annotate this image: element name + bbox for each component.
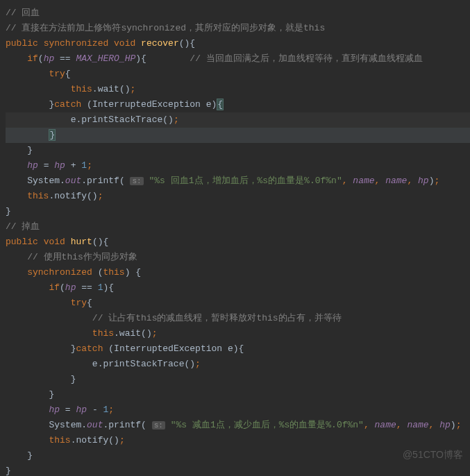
class-ref: System bbox=[27, 176, 60, 186]
keyword-this: this bbox=[103, 267, 124, 278]
code-line: if(hp == MAX_HERO_HP){ // 当回血回满之后，加血线程等待… bbox=[6, 51, 470, 67]
field-name: name bbox=[353, 176, 374, 186]
code-line: e.printStackTrace(); bbox=[6, 357, 470, 372]
keyword-public: public bbox=[6, 38, 38, 49]
code-line: hp = hp + 1; bbox=[6, 158, 470, 173]
identifier: e bbox=[92, 359, 98, 369]
code-line-caret[interactable]: } bbox=[6, 128, 470, 143]
code-line: } bbox=[6, 143, 470, 158]
code-line: } bbox=[6, 372, 470, 387]
keyword-catch: catch bbox=[76, 343, 103, 354]
code-line: } bbox=[6, 464, 470, 476]
code-line: synchronized (this) { bbox=[6, 265, 470, 280]
code-line: if(hp == 1){ bbox=[6, 280, 470, 296]
code-line: } bbox=[6, 204, 470, 219]
field-hp: hp bbox=[418, 176, 429, 186]
code-line: this.wait(); bbox=[6, 326, 470, 341]
code-line: try{ bbox=[6, 67, 470, 82]
keyword-catch: catch bbox=[54, 99, 81, 110]
constant: MAX_HERO_HP bbox=[76, 53, 135, 64]
keyword-try: try bbox=[71, 298, 87, 308]
comment: // 当回血回满之后，加血线程等待，直到有减血线程减血 bbox=[190, 53, 422, 64]
param-hint: s: bbox=[130, 177, 143, 185]
field-name: name bbox=[385, 176, 407, 186]
keyword-this: this bbox=[92, 328, 114, 339]
keyword-if: if bbox=[27, 53, 38, 64]
method-call: printStackTrace bbox=[81, 114, 162, 125]
field-hp: hp bbox=[76, 405, 87, 415]
comment: // 让占有this的减血线程，暂时释放对this的占有，并等待 bbox=[92, 313, 342, 323]
brace-match: { bbox=[217, 99, 224, 110]
number: 1 bbox=[81, 160, 87, 171]
keyword-this: this bbox=[49, 435, 70, 445]
keyword-if: if bbox=[49, 282, 60, 293]
static-field: out bbox=[87, 420, 103, 430]
code-line: this.notify(); bbox=[6, 189, 470, 204]
keyword-void: void bbox=[114, 38, 135, 49]
number: 1 bbox=[98, 282, 103, 293]
code-line: System.out.printf( s: "%s 减血1点，减少血后，%s的血… bbox=[6, 418, 470, 433]
method-name: recover bbox=[141, 38, 179, 49]
operator: == bbox=[81, 282, 92, 293]
keyword-try: try bbox=[49, 69, 65, 79]
code-line: // 使用this作为同步对象 bbox=[6, 250, 470, 265]
identifier: e bbox=[228, 343, 233, 354]
exception-type: InterruptedException bbox=[92, 99, 201, 110]
string-literal: "%s 回血1点，增加血后，%s的血量是%.0f%n" bbox=[149, 176, 342, 186]
comment: // 回血 bbox=[6, 8, 40, 18]
field-hp: hp bbox=[65, 282, 76, 293]
method-call: printStackTrace bbox=[103, 359, 184, 369]
code-line: public synchronized void recover(){ bbox=[6, 36, 470, 51]
field-hp: hp bbox=[54, 160, 65, 171]
method-call: notify bbox=[54, 191, 87, 201]
comment: // 掉血 bbox=[6, 221, 40, 232]
code-line: // 直接在方法前加上修饰符synchronized，其所对应的同步对象，就是t… bbox=[6, 21, 470, 36]
method-name: hurt bbox=[71, 237, 92, 247]
keyword-synchronized: synchronized bbox=[44, 38, 109, 49]
string-literal: "%s 减血1点，减少血后，%s的血量是%.0f%n" bbox=[171, 420, 364, 430]
code-line: // 让占有this的减血线程，暂时释放对this的占有，并等待 bbox=[6, 311, 470, 326]
method-call: printf bbox=[87, 176, 119, 186]
exception-type: InterruptedException bbox=[114, 343, 222, 354]
comment: // 直接在方法前加上修饰符synchronized，其所对应的同步对象，就是t… bbox=[6, 23, 325, 33]
keyword-void: void bbox=[44, 237, 65, 247]
method-call: wait bbox=[119, 328, 141, 339]
code-line: System.out.printf( s: "%s 回血1点，增加血后，%s的血… bbox=[6, 173, 470, 189]
operator: + bbox=[71, 160, 76, 171]
code-line: this.wait(); bbox=[6, 82, 470, 97]
watermark: @51CTO博客 bbox=[403, 447, 463, 462]
field-hp: hp bbox=[439, 420, 451, 430]
code-line: try{ bbox=[6, 296, 470, 311]
method-call: printf bbox=[108, 420, 141, 430]
keyword-public: public bbox=[6, 237, 38, 247]
keyword-synchronized: synchronized bbox=[27, 267, 92, 278]
class-ref: System bbox=[49, 420, 81, 430]
operator: == bbox=[60, 53, 71, 64]
keyword-this: this bbox=[27, 191, 49, 201]
code-line: } bbox=[6, 448, 470, 464]
field-hp: hp bbox=[44, 53, 55, 64]
code-line: this.notify(); bbox=[6, 433, 470, 448]
code-line: public void hurt(){ bbox=[6, 235, 470, 250]
comment: // 使用this作为同步对象 bbox=[27, 252, 137, 262]
param-hint: s: bbox=[152, 421, 165, 430]
field-hp: hp bbox=[49, 405, 60, 415]
method-call: notify bbox=[76, 435, 108, 445]
code-line: // 掉血 bbox=[6, 219, 470, 235]
identifier: e bbox=[206, 99, 212, 110]
code-line: // 回血 bbox=[6, 6, 470, 21]
method-call: wait bbox=[98, 84, 119, 94]
code-line: }catch (InterruptedException e){ bbox=[6, 341, 470, 357]
static-field: out bbox=[65, 176, 81, 186]
field-name: name bbox=[407, 420, 428, 430]
field-hp: hp bbox=[27, 160, 38, 171]
operator: - bbox=[92, 405, 98, 415]
code-line: hp = hp - 1; bbox=[6, 402, 470, 418]
field-name: name bbox=[375, 420, 396, 430]
code-line: }catch (InterruptedException e){ bbox=[6, 97, 470, 112]
brace-match: } bbox=[49, 129, 56, 141]
keyword-this: this bbox=[71, 84, 92, 94]
code-line-highlighted: e.printStackTrace(); bbox=[6, 112, 470, 128]
code-line: } bbox=[6, 387, 470, 402]
